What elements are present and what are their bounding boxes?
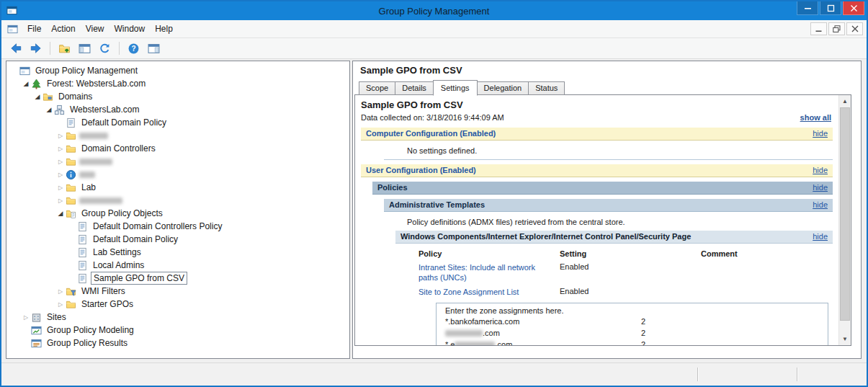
expanded-expander-icon[interactable]: ◢	[32, 93, 42, 100]
tree-item-default-domain-policy[interactable]: Default Domain Policy	[6, 116, 349, 129]
tab-status[interactable]: Status	[528, 81, 565, 95]
show-console-tree-icon[interactable]	[76, 40, 93, 57]
expanded-expander-icon[interactable]: ◢	[55, 210, 66, 217]
tree-item-label: Group Policy Management	[33, 65, 140, 76]
gpo-icon	[66, 117, 79, 128]
tree-item-redacted[interactable]: ▷	[6, 129, 349, 142]
tree-item-group-policy-objects[interactable]: ◢Group Policy Objects	[6, 207, 349, 220]
zone-row: *.bankofamerica.com2	[437, 315, 828, 326]
collapsed-expander-icon[interactable]: ▷	[55, 184, 66, 191]
tree-item-label: Group Policy Objects	[79, 208, 165, 219]
folder-icon	[66, 182, 79, 193]
show-action-pane-icon[interactable]	[146, 40, 162, 57]
tree-item-group-policy-modeling[interactable]: Group Policy Modeling	[6, 324, 349, 337]
minimize-button[interactable]	[797, 1, 818, 15]
menu-file[interactable]: File	[22, 21, 46, 37]
tab-scope[interactable]: Scope	[359, 81, 395, 95]
tree-item-redacted[interactable]: ▷	[6, 168, 349, 181]
hide-link[interactable]: hide	[813, 128, 828, 140]
hide-link[interactable]: hide	[813, 231, 828, 243]
refresh-icon[interactable]	[97, 40, 113, 57]
policy-setting: Enabled	[560, 262, 701, 283]
menu-window[interactable]: Window	[109, 21, 151, 37]
maximize-button[interactable]	[820, 1, 841, 15]
collapsed-expander-icon[interactable]: ▷	[55, 133, 66, 139]
expanded-expander-icon[interactable]: ◢	[21, 80, 31, 87]
report-scrollbar[interactable]: ▲ ▼	[838, 95, 851, 345]
tree-item-lab[interactable]: ▷Lab	[6, 181, 349, 194]
admin-templates-band: Administrative Templates hide	[384, 199, 833, 212]
svg-text:?: ?	[131, 44, 135, 52]
tab-delegation[interactable]: Delegation	[477, 81, 529, 95]
show-all-link[interactable]: show all	[800, 113, 831, 122]
close-child-button[interactable]	[846, 22, 863, 35]
tree-item-forest-websterslab-com[interactable]: ◢Forest: WebstersLab.com	[6, 77, 349, 90]
back-icon[interactable]	[7, 40, 24, 57]
folder-icon	[66, 130, 79, 141]
tree-item-label: Lab Settings	[91, 246, 143, 258]
console-icon	[19, 66, 33, 76]
redacted-label	[79, 159, 112, 165]
status-panel-separator	[797, 368, 798, 381]
expanded-expander-icon[interactable]: ◢	[44, 106, 54, 113]
close-button[interactable]	[843, 1, 864, 15]
hide-link[interactable]: hide	[813, 199, 828, 211]
collapsed-expander-icon[interactable]: ▷	[21, 314, 31, 321]
tab-settings[interactable]: Settings	[433, 80, 478, 96]
tree-item-local-admins[interactable]: Local Admins	[6, 259, 349, 272]
policy-path-band: Windows Components/Internet Explorer/Int…	[395, 231, 833, 244]
tree-item-sample-gpo-from-csv[interactable]: Sample GPO from CSV	[6, 272, 349, 285]
tree-item-label: Sites	[45, 311, 68, 323]
gpo-icon	[77, 260, 91, 271]
tree-item-domain-controllers[interactable]: ▷Domain Controllers	[6, 142, 349, 155]
tab-details[interactable]: Details	[395, 81, 434, 95]
menu-action[interactable]: Action	[46, 21, 80, 37]
scrollbar-thumb[interactable]	[840, 107, 850, 321]
forward-icon[interactable]	[27, 40, 44, 57]
tree-item-default-domain-controllers-policy[interactable]: Default Domain Controllers Policy	[6, 220, 349, 233]
scrollbar-up-button[interactable]: ▲	[839, 95, 851, 107]
tree-item-default-domain-policy[interactable]: Default Domain Policy	[6, 233, 349, 246]
help-icon[interactable]: ?	[125, 40, 142, 57]
scrollbar-down-button[interactable]: ▼	[839, 333, 851, 345]
results-icon	[31, 338, 45, 349]
tree-item-redacted[interactable]: ▷	[6, 194, 349, 207]
console-tree-pane: Group Policy Management◢Forest: Websters…	[6, 61, 350, 359]
collapsed-expander-icon[interactable]: ▷	[55, 301, 66, 308]
tree-item-label: Forest: WebstersLab.com	[45, 78, 148, 89]
minimize-child-button[interactable]	[810, 22, 827, 35]
policy-link[interactable]: Site to Zone Assignment List	[419, 287, 560, 297]
zone-name: .com	[445, 329, 641, 337]
zone-row: .com2	[437, 326, 828, 338]
collapsed-expander-icon[interactable]: ▷	[55, 172, 66, 178]
tree-item-group-policy-results[interactable]: Group Policy Results	[6, 337, 349, 350]
collapsed-expander-icon[interactable]: ▷	[55, 288, 66, 295]
policy-link[interactable]: Intranet Sites: Include all network path…	[419, 262, 560, 283]
tree-item-starter-gpos[interactable]: ▷Starter GPOs	[6, 298, 349, 311]
status-bar	[1, 362, 867, 386]
tree-item-redacted[interactable]: ▷	[6, 155, 349, 168]
tree-item-domains[interactable]: ◢Domains	[6, 90, 349, 103]
zone-name: *.e.com	[445, 340, 641, 346]
tree-item-sites[interactable]: ▷Sites	[6, 311, 349, 324]
tree-item-lab-settings[interactable]: Lab Settings	[6, 246, 349, 259]
collapsed-expander-icon[interactable]: ▷	[55, 146, 66, 152]
tree-item-wmi-filters[interactable]: ▷WMI Filters	[6, 285, 349, 298]
tree-item-group-policy-management[interactable]: Group Policy Management	[6, 64, 349, 77]
collapsed-expander-icon[interactable]: ▷	[55, 197, 66, 204]
tree-item-websterslab-com[interactable]: ◢WebstersLab.com	[6, 103, 349, 116]
titlebar[interactable]: Group Policy Management	[1, 1, 867, 20]
zone-name: *.bankofamerica.com	[445, 317, 641, 326]
menu-help[interactable]: Help	[150, 21, 178, 37]
tree-item-label: Local Admins	[91, 259, 146, 271]
section-divider	[384, 159, 833, 160]
computer-config-label: Computer Configuration (Enabled)	[366, 128, 496, 140]
redacted-text	[455, 342, 495, 345]
restore-child-button[interactable]	[828, 22, 845, 35]
hide-link[interactable]: hide	[813, 182, 828, 194]
collapsed-expander-icon[interactable]: ▷	[55, 159, 66, 165]
up-one-level-icon[interactable]	[56, 40, 73, 57]
hide-link[interactable]: hide	[813, 164, 828, 177]
menu-view[interactable]: View	[81, 21, 109, 37]
gpo-icon	[77, 234, 91, 245]
